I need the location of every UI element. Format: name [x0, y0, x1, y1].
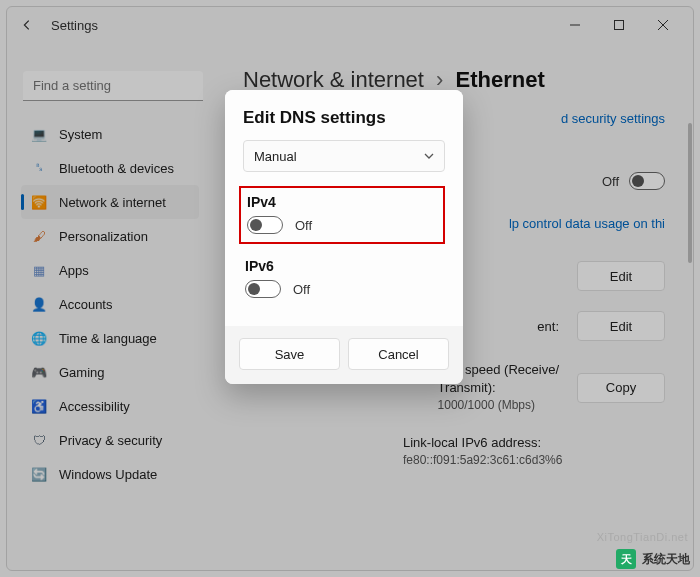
- dns-mode-dropdown[interactable]: Manual: [243, 140, 445, 172]
- ipv4-label: IPv4: [247, 194, 435, 210]
- watermark-logo-icon: 天: [616, 549, 636, 569]
- watermark-url: XiTongTianDi.net: [597, 531, 688, 543]
- ipv6-section: IPv6 Off: [243, 254, 445, 302]
- ipv6-toggle-state: Off: [293, 282, 310, 297]
- ipv4-section: IPv4 Off: [239, 186, 445, 244]
- cancel-button[interactable]: Cancel: [348, 338, 449, 370]
- save-button[interactable]: Save: [239, 338, 340, 370]
- ipv4-toggle[interactable]: [247, 216, 283, 234]
- dialog-title: Edit DNS settings: [243, 108, 445, 128]
- ipv4-toggle-state: Off: [295, 218, 312, 233]
- dropdown-value: Manual: [254, 149, 297, 164]
- watermark-text: 系统天地: [642, 551, 690, 568]
- ipv6-toggle[interactable]: [245, 280, 281, 298]
- watermark: XiTongTianDi.net 天 系统天地: [616, 549, 690, 569]
- chevron-down-icon: [424, 149, 434, 164]
- edit-dns-dialog: Edit DNS settings Manual IPv4 Off IPv6 O…: [225, 90, 463, 384]
- ipv6-label: IPv6: [245, 258, 443, 274]
